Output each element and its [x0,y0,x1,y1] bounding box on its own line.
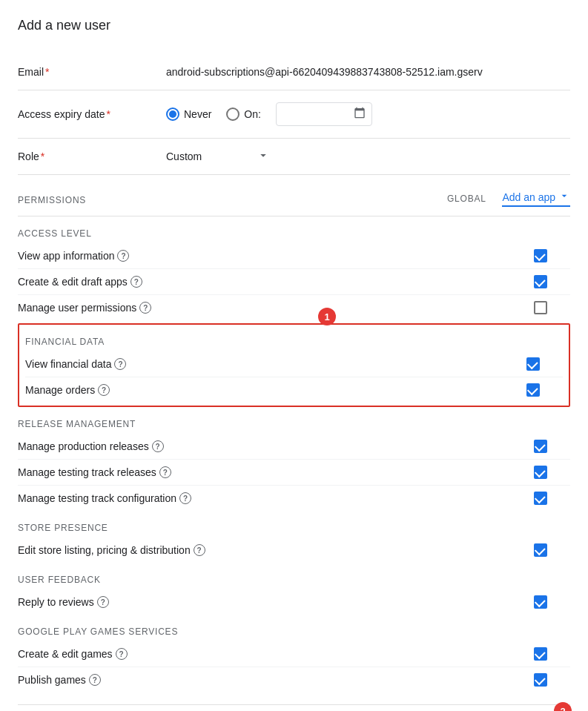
release-management-title: RELEASE MANAGEMENT [18,410,570,434]
dialog-footer: Permissions granted at the global level … [18,704,570,711]
perm-manage-testing-track-releases: Manage testing track releases ? [18,460,570,486]
perm-manage-testing-track-config: Manage testing track configuration ? [18,486,570,511]
perm-manage-orders-checkbox[interactable] [526,383,540,397]
user-feedback-section: USER FEEDBACK Reply to reviews ? [18,566,570,615]
perm-manage-orders: Manage orders ? [25,377,563,403]
store-presence-section: STORE PRESENCE Edit store listing, prici… [18,514,570,563]
access-expiry-label: Access expiry date* [18,108,166,120]
permissions-section: PERMISSIONS GLOBAL Add an app ACCESS LEV… [18,181,570,692]
radio-never-circle[interactable] [166,108,179,121]
access-expiry-required-star: * [107,108,110,120]
perm-manage-prod-releases-label: Manage production releases ? [18,440,511,452]
perm-manage-orders-checkbox-cell [503,383,563,397]
perm-create-edit-games-checkbox[interactable] [534,647,547,661]
google-play-games-title: GOOGLE PLAY GAMES SERVICES [18,618,570,641]
view-financial-help-icon[interactable]: ? [114,358,126,370]
perm-edit-store-listing-checkbox-cell [511,543,570,557]
permissions-global-label: GLOBAL [437,194,496,204]
create-edit-games-help-icon[interactable]: ? [116,648,128,660]
role-required-star: * [41,151,44,162]
edit-store-listing-help-icon[interactable]: ? [194,544,205,556]
perm-manage-testing-track-releases-checkbox-cell [511,466,570,479]
perm-publish-games-checkbox[interactable] [534,673,547,687]
radio-never[interactable]: Never [166,108,211,121]
perm-publish-games: Publish games ? [18,667,570,692]
perm-view-financial-checkbox[interactable] [526,357,540,371]
store-presence-title: STORE PRESENCE [18,514,570,538]
perm-view-app-info: View app information ? [18,243,570,269]
perm-manage-user-perms-checkbox-cell [511,301,570,314]
perm-manage-testing-track-config-label: Manage testing track configuration ? [18,492,511,504]
financial-data-section: FINANCIAL DATA View financial data ? Man… [18,323,570,407]
add-user-dialog: Add a new user Email* android-subscripti… [0,0,588,711]
date-input[interactable] [276,102,372,126]
role-select-container: Custom Admin Release manager [166,151,270,162]
perm-reply-reviews-label: Reply to reviews ? [18,596,511,608]
perm-manage-user-perms: Manage user permissions ? [18,295,570,320]
perm-create-edit-draft-checkbox-cell [511,275,570,288]
radio-on-label: On: [244,108,261,120]
manage-testing-track-releases-help-icon[interactable]: ? [159,466,171,478]
role-select[interactable]: Custom Admin Release manager [166,151,270,162]
access-level-title: ACCESS LEVEL [18,219,570,243]
google-play-games-section: GOOGLE PLAY GAMES SERVICES Create & edit… [18,618,570,692]
permissions-divider [18,216,570,216]
perm-view-app-info-label: View app information ? [18,250,511,262]
role-row: Role* Custom Admin Release manager [18,139,570,175]
permissions-header: PERMISSIONS GLOBAL Add an app [18,181,570,216]
add-app-arrow-icon [558,190,570,204]
perm-view-app-info-checkbox[interactable] [534,249,547,262]
view-app-info-help-icon[interactable]: ? [117,250,129,262]
perm-create-edit-games-label: Create & edit games ? [18,648,511,660]
perm-view-financial: View financial data ? [25,351,563,377]
email-row: Email* android-subscriptions@api-6620409… [18,54,570,90]
perm-manage-testing-track-releases-label: Manage testing track releases ? [18,466,511,478]
perm-edit-store-listing-checkbox[interactable] [534,543,547,557]
publish-games-help-icon[interactable]: ? [89,674,101,686]
perm-edit-store-listing-label: Edit store listing, pricing & distributi… [18,544,511,556]
perm-publish-games-checkbox-cell [511,673,570,687]
perm-manage-prod-releases-checkbox[interactable] [534,440,547,453]
perm-manage-testing-track-releases-checkbox[interactable] [534,466,547,479]
email-label: Email* [18,66,166,78]
badge-1: 1 [318,308,336,325]
badge-2: 2 [554,702,572,711]
perm-create-edit-draft: Create & edit draft apps ? [18,269,570,295]
perm-view-app-info-checkbox-cell [511,249,570,262]
role-value: Custom Admin Release manager [166,151,570,162]
add-app-button[interactable]: Add an app [502,190,570,207]
perm-create-edit-draft-checkbox[interactable] [534,275,547,288]
radio-never-label: Never [184,108,211,120]
create-edit-draft-help-icon[interactable]: ? [131,276,142,288]
perm-edit-store-listing: Edit store listing, pricing & distributi… [18,538,570,563]
dialog-title: Add a new user [18,18,570,33]
radio-on[interactable]: On: [226,108,261,121]
perm-reply-reviews-checkbox-cell [511,595,570,609]
permissions-col-header: GLOBAL Add an app [437,190,570,207]
perm-manage-user-perms-checkbox[interactable] [534,301,547,314]
perm-view-financial-label: View financial data ? [25,358,503,370]
permissions-label: PERMISSIONS [18,195,437,205]
manage-user-perms-help-icon[interactable]: ? [139,302,151,314]
manage-prod-releases-help-icon[interactable]: ? [152,440,164,452]
perm-manage-prod-releases-checkbox-cell [511,440,570,453]
perm-view-financial-checkbox-cell [503,357,563,371]
perm-manage-orders-label: Manage orders ? [25,384,503,396]
release-management-section: RELEASE MANAGEMENT Manage production rel… [18,410,570,511]
perm-create-edit-draft-label: Create & edit draft apps ? [18,276,511,288]
perm-manage-testing-track-config-checkbox[interactable] [534,492,547,505]
email-value: android-subscriptions@api-66204094398837… [166,66,570,78]
manage-testing-track-config-help-icon[interactable]: ? [179,492,191,504]
perm-create-edit-games-checkbox-cell [511,647,570,661]
role-label: Role* [18,151,166,162]
perm-manage-testing-track-config-checkbox-cell [511,492,570,505]
perm-create-edit-games: Create & edit games ? [18,641,570,667]
reply-reviews-help-icon[interactable]: ? [97,596,109,608]
perm-reply-reviews-checkbox[interactable] [534,595,547,609]
manage-orders-help-icon[interactable]: ? [98,384,110,396]
financial-data-title: FINANCIAL DATA [25,328,563,351]
perm-manage-prod-releases: Manage production releases ? [18,434,570,460]
radio-group: Never On: [166,102,570,126]
access-expiry-row: Access expiry date* Never On: [18,90,570,139]
radio-on-circle[interactable] [226,108,240,121]
